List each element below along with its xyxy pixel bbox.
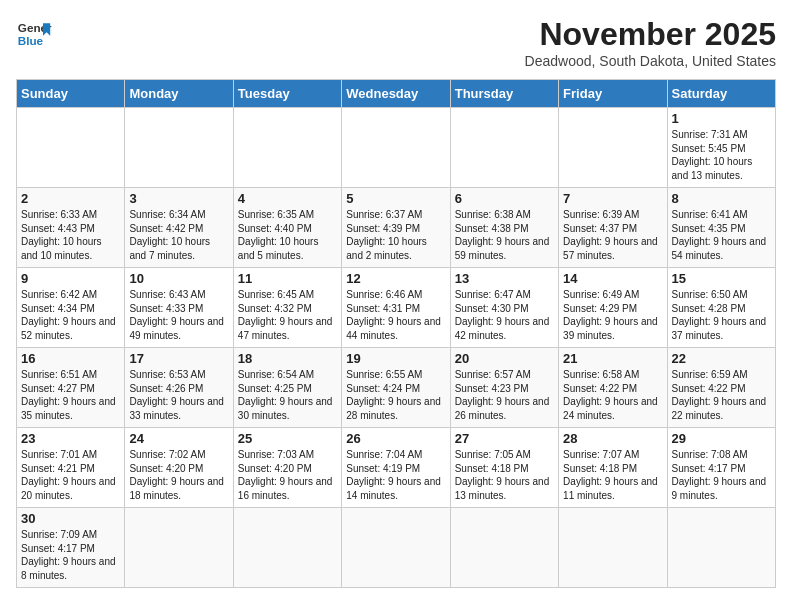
calendar-week-3: 9Sunrise: 6:42 AM Sunset: 4:34 PM Daylig…	[17, 268, 776, 348]
day-info: Sunrise: 7:08 AM Sunset: 4:17 PM Dayligh…	[672, 448, 771, 502]
calendar-cell: 2Sunrise: 6:33 AM Sunset: 4:43 PM Daylig…	[17, 188, 125, 268]
calendar-cell: 29Sunrise: 7:08 AM Sunset: 4:17 PM Dayli…	[667, 428, 775, 508]
day-info: Sunrise: 6:50 AM Sunset: 4:28 PM Dayligh…	[672, 288, 771, 342]
calendar-cell	[559, 508, 667, 588]
weekday-header-tuesday: Tuesday	[233, 80, 341, 108]
day-number: 24	[129, 431, 228, 446]
day-number: 26	[346, 431, 445, 446]
calendar-cell: 4Sunrise: 6:35 AM Sunset: 4:40 PM Daylig…	[233, 188, 341, 268]
calendar-week-1: 1Sunrise: 7:31 AM Sunset: 5:45 PM Daylig…	[17, 108, 776, 188]
day-number: 25	[238, 431, 337, 446]
calendar-cell: 23Sunrise: 7:01 AM Sunset: 4:21 PM Dayli…	[17, 428, 125, 508]
day-info: Sunrise: 6:42 AM Sunset: 4:34 PM Dayligh…	[21, 288, 120, 342]
weekday-header-monday: Monday	[125, 80, 233, 108]
day-info: Sunrise: 6:47 AM Sunset: 4:30 PM Dayligh…	[455, 288, 554, 342]
day-info: Sunrise: 6:46 AM Sunset: 4:31 PM Dayligh…	[346, 288, 445, 342]
day-number: 17	[129, 351, 228, 366]
day-number: 18	[238, 351, 337, 366]
day-info: Sunrise: 6:51 AM Sunset: 4:27 PM Dayligh…	[21, 368, 120, 422]
calendar-cell: 8Sunrise: 6:41 AM Sunset: 4:35 PM Daylig…	[667, 188, 775, 268]
day-number: 27	[455, 431, 554, 446]
weekday-header-saturday: Saturday	[667, 80, 775, 108]
day-info: Sunrise: 7:05 AM Sunset: 4:18 PM Dayligh…	[455, 448, 554, 502]
day-number: 5	[346, 191, 445, 206]
day-number: 7	[563, 191, 662, 206]
day-info: Sunrise: 7:07 AM Sunset: 4:18 PM Dayligh…	[563, 448, 662, 502]
day-number: 20	[455, 351, 554, 366]
logo-icon: General Blue	[16, 16, 52, 52]
day-info: Sunrise: 7:31 AM Sunset: 5:45 PM Dayligh…	[672, 128, 771, 182]
day-number: 6	[455, 191, 554, 206]
calendar-cell: 15Sunrise: 6:50 AM Sunset: 4:28 PM Dayli…	[667, 268, 775, 348]
day-number: 10	[129, 271, 228, 286]
calendar-cell: 13Sunrise: 6:47 AM Sunset: 4:30 PM Dayli…	[450, 268, 558, 348]
calendar-cell	[233, 508, 341, 588]
calendar-cell	[125, 108, 233, 188]
day-info: Sunrise: 6:39 AM Sunset: 4:37 PM Dayligh…	[563, 208, 662, 262]
weekday-header-friday: Friday	[559, 80, 667, 108]
day-info: Sunrise: 6:53 AM Sunset: 4:26 PM Dayligh…	[129, 368, 228, 422]
calendar-cell: 1Sunrise: 7:31 AM Sunset: 5:45 PM Daylig…	[667, 108, 775, 188]
day-info: Sunrise: 7:04 AM Sunset: 4:19 PM Dayligh…	[346, 448, 445, 502]
day-number: 8	[672, 191, 771, 206]
day-info: Sunrise: 6:55 AM Sunset: 4:24 PM Dayligh…	[346, 368, 445, 422]
calendar-week-6: 30Sunrise: 7:09 AM Sunset: 4:17 PM Dayli…	[17, 508, 776, 588]
day-number: 15	[672, 271, 771, 286]
location-title: Deadwood, South Dakota, United States	[525, 53, 776, 69]
day-info: Sunrise: 7:01 AM Sunset: 4:21 PM Dayligh…	[21, 448, 120, 502]
day-number: 29	[672, 431, 771, 446]
calendar-table: SundayMondayTuesdayWednesdayThursdayFrid…	[16, 79, 776, 588]
day-info: Sunrise: 6:35 AM Sunset: 4:40 PM Dayligh…	[238, 208, 337, 262]
day-number: 9	[21, 271, 120, 286]
calendar-cell: 3Sunrise: 6:34 AM Sunset: 4:42 PM Daylig…	[125, 188, 233, 268]
day-info: Sunrise: 6:45 AM Sunset: 4:32 PM Dayligh…	[238, 288, 337, 342]
calendar-cell: 30Sunrise: 7:09 AM Sunset: 4:17 PM Dayli…	[17, 508, 125, 588]
calendar-week-2: 2Sunrise: 6:33 AM Sunset: 4:43 PM Daylig…	[17, 188, 776, 268]
calendar-cell: 26Sunrise: 7:04 AM Sunset: 4:19 PM Dayli…	[342, 428, 450, 508]
calendar-cell	[667, 508, 775, 588]
day-info: Sunrise: 6:41 AM Sunset: 4:35 PM Dayligh…	[672, 208, 771, 262]
calendar-cell	[125, 508, 233, 588]
calendar-cell	[559, 108, 667, 188]
day-number: 28	[563, 431, 662, 446]
calendar-cell: 17Sunrise: 6:53 AM Sunset: 4:26 PM Dayli…	[125, 348, 233, 428]
day-info: Sunrise: 7:03 AM Sunset: 4:20 PM Dayligh…	[238, 448, 337, 502]
day-number: 14	[563, 271, 662, 286]
day-info: Sunrise: 6:57 AM Sunset: 4:23 PM Dayligh…	[455, 368, 554, 422]
calendar-cell: 27Sunrise: 7:05 AM Sunset: 4:18 PM Dayli…	[450, 428, 558, 508]
calendar-cell: 11Sunrise: 6:45 AM Sunset: 4:32 PM Dayli…	[233, 268, 341, 348]
calendar-cell: 21Sunrise: 6:58 AM Sunset: 4:22 PM Dayli…	[559, 348, 667, 428]
weekday-header-sunday: Sunday	[17, 80, 125, 108]
calendar-cell: 7Sunrise: 6:39 AM Sunset: 4:37 PM Daylig…	[559, 188, 667, 268]
day-number: 4	[238, 191, 337, 206]
day-info: Sunrise: 7:09 AM Sunset: 4:17 PM Dayligh…	[21, 528, 120, 582]
day-info: Sunrise: 6:33 AM Sunset: 4:43 PM Dayligh…	[21, 208, 120, 262]
calendar-cell	[233, 108, 341, 188]
day-info: Sunrise: 6:59 AM Sunset: 4:22 PM Dayligh…	[672, 368, 771, 422]
day-number: 1	[672, 111, 771, 126]
day-info: Sunrise: 6:58 AM Sunset: 4:22 PM Dayligh…	[563, 368, 662, 422]
day-number: 11	[238, 271, 337, 286]
calendar-cell: 25Sunrise: 7:03 AM Sunset: 4:20 PM Dayli…	[233, 428, 341, 508]
calendar-cell: 19Sunrise: 6:55 AM Sunset: 4:24 PM Dayli…	[342, 348, 450, 428]
day-info: Sunrise: 6:43 AM Sunset: 4:33 PM Dayligh…	[129, 288, 228, 342]
day-number: 22	[672, 351, 771, 366]
day-info: Sunrise: 7:02 AM Sunset: 4:20 PM Dayligh…	[129, 448, 228, 502]
calendar-cell: 14Sunrise: 6:49 AM Sunset: 4:29 PM Dayli…	[559, 268, 667, 348]
page-header: General Blue November 2025 Deadwood, Sou…	[16, 16, 776, 69]
calendar-header: SundayMondayTuesdayWednesdayThursdayFrid…	[17, 80, 776, 108]
day-info: Sunrise: 6:49 AM Sunset: 4:29 PM Dayligh…	[563, 288, 662, 342]
calendar-cell: 18Sunrise: 6:54 AM Sunset: 4:25 PM Dayli…	[233, 348, 341, 428]
day-number: 19	[346, 351, 445, 366]
day-info: Sunrise: 6:54 AM Sunset: 4:25 PM Dayligh…	[238, 368, 337, 422]
day-info: Sunrise: 6:37 AM Sunset: 4:39 PM Dayligh…	[346, 208, 445, 262]
calendar-cell: 9Sunrise: 6:42 AM Sunset: 4:34 PM Daylig…	[17, 268, 125, 348]
calendar-cell: 22Sunrise: 6:59 AM Sunset: 4:22 PM Dayli…	[667, 348, 775, 428]
calendar-cell	[342, 108, 450, 188]
day-number: 21	[563, 351, 662, 366]
calendar-cell: 10Sunrise: 6:43 AM Sunset: 4:33 PM Dayli…	[125, 268, 233, 348]
calendar-cell: 28Sunrise: 7:07 AM Sunset: 4:18 PM Dayli…	[559, 428, 667, 508]
calendar-cell: 16Sunrise: 6:51 AM Sunset: 4:27 PM Dayli…	[17, 348, 125, 428]
calendar-week-4: 16Sunrise: 6:51 AM Sunset: 4:27 PM Dayli…	[17, 348, 776, 428]
weekday-header-wednesday: Wednesday	[342, 80, 450, 108]
